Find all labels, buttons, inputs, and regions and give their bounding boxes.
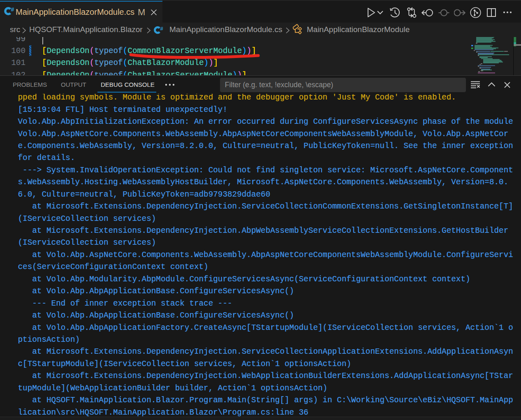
svg-text:#: # xyxy=(160,26,164,32)
svg-text:#: # xyxy=(11,6,14,13)
